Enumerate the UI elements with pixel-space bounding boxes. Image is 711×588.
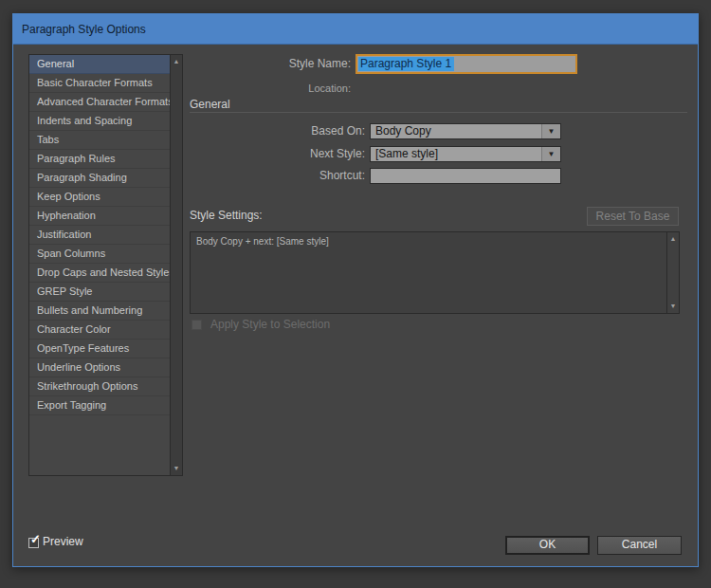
sidebar-item-justification[interactable]: Justification [29, 226, 170, 245]
style-name-input[interactable]: Paragraph Style 1 [356, 54, 577, 74]
section-title-general: General [190, 98, 230, 111]
scroll-up-icon[interactable]: ▲ [667, 233, 679, 245]
sidebar-item-keep-options[interactable]: Keep Options [29, 188, 170, 207]
scroll-down-icon[interactable]: ▼ [667, 301, 679, 312]
sidebar-item-span-columns[interactable]: Span Columns [29, 245, 170, 264]
next-style-dropdown[interactable]: [Same style] ▼ [370, 146, 561, 162]
sidebar-item-grep-style[interactable]: GREP Style [29, 283, 170, 302]
sidebar-item-advanced-character-formats[interactable]: Advanced Character Formats [29, 93, 170, 112]
location-label: Location: [190, 83, 351, 94]
shortcut-input[interactable] [370, 168, 561, 184]
style-settings-scrollbar[interactable]: ▲ ▼ [666, 232, 679, 313]
sidebar-item-strikethrough-options[interactable]: Strikethrough Options [29, 377, 170, 396]
check-icon: ✓ [30, 532, 41, 546]
sidebar-item-hyphenation[interactable]: Hyphenation [29, 207, 170, 226]
next-style-label: Next Style: [190, 147, 365, 160]
scroll-up-icon[interactable]: ▲ [171, 56, 182, 67]
sidebar-item-underline-options[interactable]: Underline Options [29, 358, 170, 377]
based-on-label: Based On: [190, 124, 365, 138]
sidebar-item-opentype-features[interactable]: OpenType Features [29, 340, 170, 358]
style-settings-label: Style Settings: [190, 209, 263, 222]
sidebar-item-indents-and-spacing[interactable]: Indents and Spacing [29, 112, 170, 131]
preview-checkbox[interactable]: ✓ [28, 538, 39, 548]
preview-label: Preview [43, 535, 83, 548]
dialog-title: Paragraph Style Options [22, 23, 146, 36]
sidebar-item-basic-character-formats[interactable]: Basic Character Formats [29, 74, 170, 93]
paragraph-style-options-dialog: Paragraph Style Options General Basic Ch… [12, 13, 699, 567]
style-settings-summary-text: Body Copy + next: [Same style] [191, 232, 679, 250]
style-name-selected-text: Paragraph Style 1 [358, 57, 454, 71]
chevron-down-icon[interactable]: ▼ [541, 147, 560, 161]
based-on-value: Body Copy [371, 124, 560, 138]
sidebar-item-tabs[interactable]: Tabs [29, 131, 170, 150]
apply-style-to-selection-checkbox[interactable] [191, 320, 202, 330]
ok-button[interactable]: OK [505, 536, 590, 555]
category-list-items: General Basic Character Formats Advanced… [29, 55, 170, 475]
section-divider [190, 112, 687, 113]
sidebar-item-character-color[interactable]: Character Color [29, 321, 170, 340]
based-on-dropdown[interactable]: Body Copy ▼ [370, 123, 561, 139]
cancel-button[interactable]: Cancel [597, 536, 682, 555]
apply-style-to-selection-label: Apply Style to Selection [210, 318, 330, 331]
sidebar-item-bullets-and-numbering[interactable]: Bullets and Numbering [29, 302, 170, 321]
chevron-down-icon[interactable]: ▼ [541, 124, 560, 138]
style-name-label: Style Name: [190, 57, 351, 70]
style-settings-summary-box: Body Copy + next: [Same style] ▲ ▼ [190, 231, 680, 314]
next-style-value: [Same style] [371, 147, 560, 161]
sidebar-item-export-tagging[interactable]: Export Tagging [29, 396, 170, 415]
sidebar-item-paragraph-rules[interactable]: Paragraph Rules [29, 150, 170, 169]
sidebar-item-general[interactable]: General [29, 55, 170, 74]
sidebar-item-drop-caps-and-nested-styles[interactable]: Drop Caps and Nested Styles [29, 264, 170, 283]
dialog-titlebar[interactable]: Paragraph Style Options [13, 14, 698, 45]
sidebar-item-paragraph-shading[interactable]: Paragraph Shading [29, 169, 170, 188]
category-list-scrollbar[interactable]: ▲ ▼ [170, 55, 182, 475]
category-list: General Basic Character Formats Advanced… [28, 54, 183, 476]
reset-to-base-button[interactable]: Reset To Base [587, 207, 679, 226]
shortcut-label: Shortcut: [190, 169, 365, 182]
scroll-down-icon[interactable]: ▼ [171, 463, 182, 474]
